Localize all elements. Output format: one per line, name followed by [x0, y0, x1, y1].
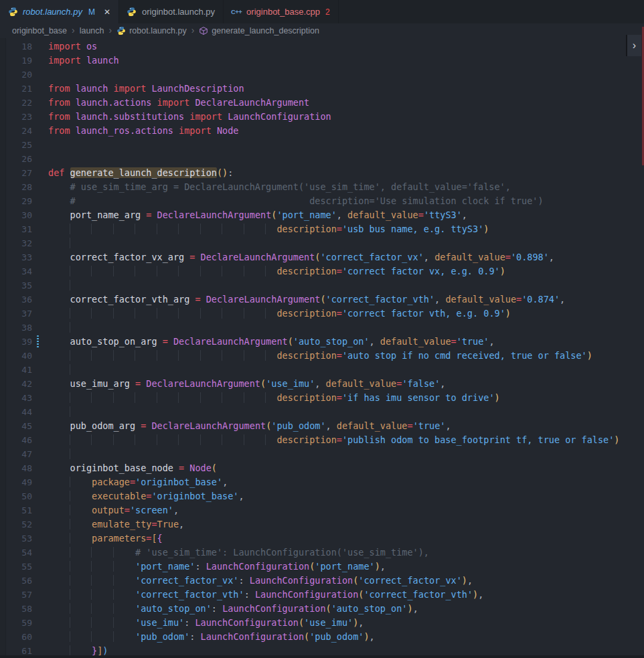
code-line[interactable]: 21from launch import LaunchDescription	[0, 82, 644, 96]
editor-left-margin	[0, 38, 6, 658]
code-line[interactable]: 37 description='correct factor vth, e.g.…	[0, 307, 644, 321]
chevron-right-icon: ›	[72, 25, 75, 35]
code-line[interactable]: 32	[0, 236, 644, 250]
breadcrumb-item-generate-launch-description[interactable]: generate_launch_description	[199, 26, 319, 35]
python-icon	[116, 26, 126, 35]
code-line[interactable]: 39 auto_stop_on_arg = DeclareLaunchArgum…	[0, 335, 644, 349]
tab-bar: robot.launch.py M ✕ originbot.launch.py …	[0, 0, 644, 23]
tab-originbot-base-cpp[interactable]: C++ originbot_base.cpp 2	[224, 0, 339, 23]
cpp-icon: C++	[231, 7, 242, 17]
code-line[interactable]: 53 parameters=[{	[0, 531, 644, 546]
code-line[interactable]: 46 description='publish odom to base_foo…	[0, 433, 644, 447]
code-line[interactable]: 49 package='originbot_base',	[0, 475, 644, 489]
tab-robot-launch-py[interactable]: robot.launch.py M ✕	[0, 0, 119, 23]
code-line[interactable]: 60 'pub_odom': LaunchConfiguration('pub_…	[0, 630, 644, 644]
tab-label: robot.launch.py	[23, 7, 82, 17]
breadcrumb-item-launch[interactable]: launch	[80, 26, 104, 35]
code-line[interactable]: 27def generate_launch_description():	[0, 166, 644, 180]
code-line[interactable]: 43 description='if has imu sensor to dri…	[0, 391, 644, 405]
code-line[interactable]: 42 use_imu_arg = DeclareLaunchArgument('…	[0, 377, 644, 391]
symbol-module-icon	[199, 26, 208, 35]
chevron-right-icon: ›	[633, 39, 636, 52]
code-line[interactable]: 26	[0, 152, 644, 166]
tab-originbot-launch-py[interactable]: originbot.launch.py	[119, 0, 224, 23]
code-line[interactable]: 51 output='screen',	[0, 503, 644, 517]
code-line[interactable]: 23from launch.substitutions import Launc…	[0, 110, 644, 124]
code-line[interactable]: 30 port_name_arg = DeclareLaunchArgument…	[0, 208, 644, 222]
breadcrumb: originbot_base › launch › robot.launch.p…	[0, 23, 644, 38]
code-line[interactable]: 52 emulate_tty=True,	[0, 517, 644, 531]
code-line[interactable]: 59 'use_imu': LaunchConfiguration('use_i…	[0, 616, 644, 630]
code-line[interactable]: 35	[0, 278, 644, 293]
python-icon	[127, 7, 137, 17]
code-line[interactable]: 22from launch.actions import DeclareLaun…	[0, 96, 644, 110]
code-line[interactable]: 25	[0, 138, 644, 152]
python-icon	[7, 7, 18, 17]
error-count-badge: 2	[325, 7, 330, 17]
code-line[interactable]: 50 executable='originbot_base',	[0, 489, 644, 503]
code-line[interactable]: 18import os	[0, 39, 644, 54]
breadcrumb-item-originbot-base[interactable]: originbot_base	[12, 26, 67, 35]
code-line[interactable]: 57 'correct_factor_vth': LaunchConfigura…	[0, 588, 644, 602]
code-line[interactable]: 20	[0, 68, 644, 82]
code-line[interactable]: 41	[0, 363, 644, 377]
code-line[interactable]: 54 # 'use_sim_time': LaunchConfiguration…	[0, 546, 644, 560]
code-line[interactable]: 31 description='usb bus name, e.g. ttyS3…	[0, 222, 644, 236]
code-line[interactable]: 44	[0, 405, 644, 419]
code-line[interactable]: 56 'correct_factor_vx': LaunchConfigurat…	[0, 574, 644, 588]
code-line[interactable]: 55 'port_name': LaunchConfiguration('por…	[0, 560, 644, 574]
tab-label: originbot_base.cpp	[246, 7, 320, 17]
code-editor[interactable]: 18import os19import launch2021from launc…	[0, 38, 644, 658]
code-line[interactable]: 38	[0, 321, 644, 335]
code-line[interactable]: 34 description='correct factor vx, e.g. …	[0, 264, 644, 278]
code-line[interactable]: 45 pub_odom_arg = DeclareLaunchArgument(…	[0, 419, 644, 433]
window-bottom-edge	[0, 655, 644, 658]
git-modified-gutter-marker	[37, 335, 39, 348]
code-line[interactable]: 47	[0, 447, 644, 461]
scroll-tabs-right-button[interactable]: ›	[626, 35, 641, 56]
close-icon[interactable]: ✕	[104, 8, 110, 16]
code-line[interactable]: 24from launch_ros.actions import Node	[0, 124, 644, 138]
chevron-right-icon: ›	[191, 25, 195, 35]
code-line[interactable]: 48 originbot_base_node = Node(	[0, 461, 644, 475]
code-line[interactable]: 33 correct_factor_vx_arg = DeclareLaunch…	[0, 250, 644, 264]
code-line[interactable]: 58 'auto_stop_on': LaunchConfiguration('…	[0, 602, 644, 616]
code-line[interactable]: 40 description='auto stop if no cmd rece…	[0, 349, 644, 363]
breadcrumb-item-robot-launch-py[interactable]: robot.launch.py	[116, 26, 186, 35]
code-line[interactable]: 19import launch	[0, 54, 644, 68]
tab-label: originbot.launch.py	[142, 7, 215, 17]
code-line[interactable]: 36 correct_factor_vth_arg = DeclareLaunc…	[0, 293, 644, 307]
code-line[interactable]: 29 # description='Use simulation clock i…	[0, 194, 644, 208]
chevron-right-icon: ›	[109, 25, 112, 35]
git-modified-badge: M	[88, 7, 95, 17]
code-line[interactable]: 28 # use_sim_time_arg = DeclareLaunchArg…	[0, 180, 644, 194]
code-lines: 18import os19import launch2021from launc…	[0, 39, 644, 658]
